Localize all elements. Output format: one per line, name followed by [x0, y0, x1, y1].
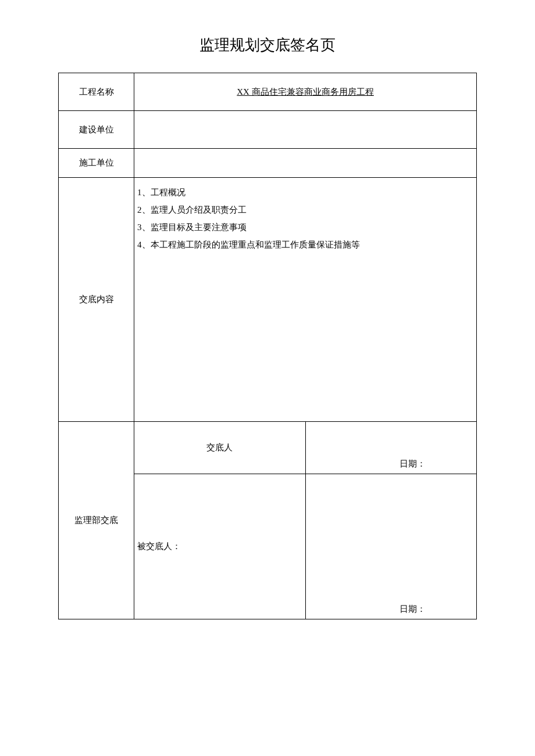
date-label-2: 日期： — [400, 604, 426, 616]
page-title: 监理规划交底签名页 — [58, 35, 477, 55]
project-name-label: 工程名称 — [59, 73, 134, 111]
contractor-value — [134, 149, 477, 178]
content-line-4: 4、本工程施工阶段的监理重点和监理工作质量保证措施等 — [137, 236, 473, 253]
content-line-1: 1、工程概况 — [137, 184, 473, 201]
signature-table: 工程名称 XX 商品住宅兼容商业商务用房工程 建设单位 施工单位 交底内容 1、… — [58, 73, 477, 619]
construction-unit-label: 建设单位 — [59, 111, 134, 149]
project-name-text: XX 商品住宅兼容商业商务用房工程 — [237, 87, 373, 96]
construction-unit-value — [134, 111, 477, 149]
received-person-label: 被交底人： — [134, 474, 306, 619]
content-label: 交底内容 — [59, 178, 134, 422]
date-label-1: 日期： — [400, 458, 426, 471]
received-person-signature: 日期： — [305, 474, 477, 619]
content-line-3: 3、监理目标及主要注意事项 — [137, 218, 473, 236]
supervision-label: 监理部交底 — [59, 422, 134, 619]
content-cell: 1、工程概况 2、监理人员介绍及职责分工 3、监理目标及主要注意事项 4、本工程… — [134, 178, 477, 422]
contractor-label: 施工单位 — [59, 149, 134, 178]
content-line-2: 2、监理人员介绍及职责分工 — [137, 201, 473, 218]
project-name-value: XX 商品住宅兼容商业商务用房工程 — [134, 73, 477, 111]
disclosure-person-label: 交底人 — [134, 422, 306, 474]
disclosure-person-signature: 日期： — [305, 422, 477, 474]
